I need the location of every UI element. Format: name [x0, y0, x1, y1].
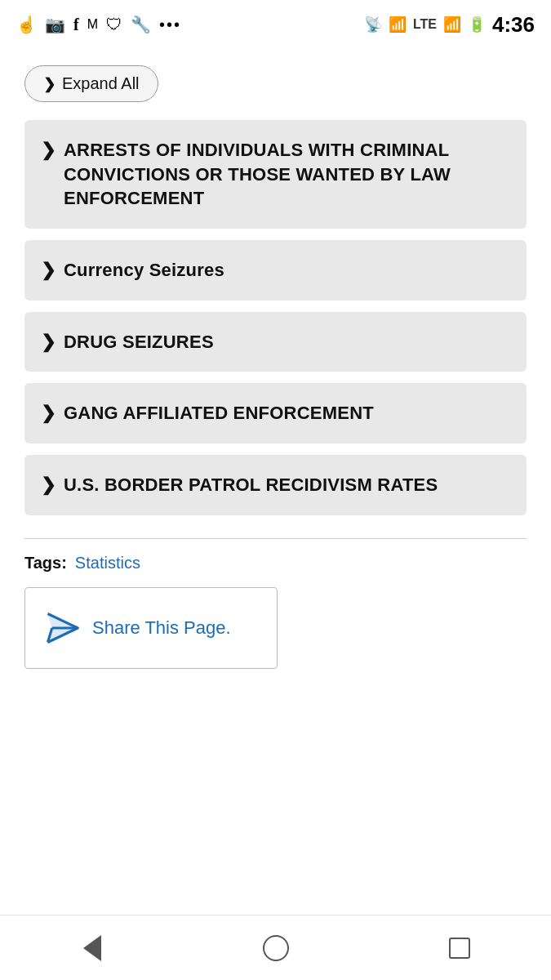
expand-chevron-icon: ❯	[43, 75, 56, 93]
back-triangle-icon	[83, 935, 101, 961]
category-item-currency[interactable]: ❯ Currency Seizures	[24, 240, 527, 301]
recents-square-icon	[449, 938, 470, 959]
share-label: Share This Page.	[92, 617, 231, 639]
nav-home-button[interactable]	[251, 924, 300, 973]
main-content: ❯ Expand All ❯ ARRESTS OF INDIVIDUALS WI…	[0, 49, 551, 685]
video-icon: 📷	[45, 15, 65, 34]
arrow-icon-arrests: ❯	[41, 140, 56, 161]
share-box[interactable]: Share This Page.	[24, 587, 278, 669]
section-divider	[24, 538, 527, 539]
share-plane-icon	[45, 611, 79, 645]
category-label-drug: DRUG SEIZURES	[64, 330, 214, 354]
category-item-arrests[interactable]: ❯ ARRESTS OF INDIVIDUALS WITH CRIMINAL C…	[24, 120, 527, 229]
time-display: 4:36	[492, 12, 535, 38]
tag-statistics[interactable]: Statistics	[75, 554, 140, 572]
signal-icon: 📶	[443, 16, 461, 33]
expand-all-label: Expand All	[62, 74, 140, 93]
category-label-gang: GANG AFFILIATED ENFORCEMENT	[64, 401, 374, 425]
facebook-icon: f	[73, 16, 79, 34]
nav-back-button[interactable]	[68, 924, 117, 973]
gmail-icon: M	[87, 17, 98, 32]
category-item-gang[interactable]: ❯ GANG AFFILIATED ENFORCEMENT	[24, 383, 527, 443]
category-item-drug[interactable]: ❯ DRUG SEIZURES	[24, 312, 527, 372]
expand-all-button[interactable]: ❯ Expand All	[24, 65, 158, 102]
cursor-icon: ☝	[16, 15, 37, 34]
category-label-border: U.S. BORDER PATROL RECIDIVISM RATES	[64, 473, 438, 497]
battery-icon: 🔋	[468, 16, 486, 33]
cast-icon: 📡	[364, 16, 382, 33]
category-item-border[interactable]: ❯ U.S. BORDER PATROL RECIDIVISM RATES	[24, 455, 527, 515]
shield-icon: 🛡	[106, 16, 122, 34]
arrow-icon-border: ❯	[41, 474, 56, 496]
arrow-icon-currency: ❯	[41, 260, 56, 281]
status-bar-left-icons: ☝ 📷 f M 🛡 🔧 •••	[16, 15, 181, 34]
status-bar-right: 📡 📶 LTE 📶 🔋 4:36	[364, 12, 535, 38]
broom-icon: 🔧	[131, 15, 151, 34]
nav-bar	[0, 915, 551, 980]
category-label-currency: Currency Seizures	[64, 258, 224, 283]
tags-row: Tags: Statistics	[24, 554, 527, 572]
arrow-icon-drug: ❯	[41, 332, 56, 353]
status-bar: ☝ 📷 f M 🛡 🔧 ••• 📡 📶 LTE 📶 🔋 4:36	[0, 0, 551, 49]
lte-label: LTE	[413, 17, 437, 32]
tags-label: Tags:	[24, 554, 67, 572]
home-circle-icon	[263, 935, 289, 961]
nav-recents-button[interactable]	[435, 924, 484, 973]
more-icon: •••	[159, 16, 181, 34]
arrow-icon-gang: ❯	[41, 403, 56, 424]
wifi-icon: 📶	[389, 16, 407, 33]
category-label-arrests: ARRESTS OF INDIVIDUALS WITH CRIMINAL CON…	[64, 138, 510, 211]
